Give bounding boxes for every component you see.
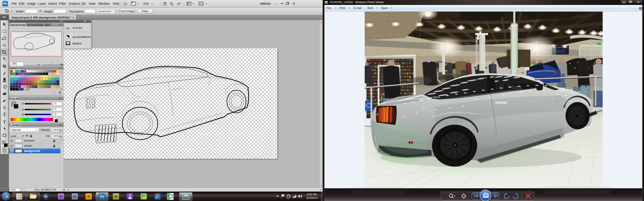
svg-text:T: T xyxy=(3,120,6,124)
